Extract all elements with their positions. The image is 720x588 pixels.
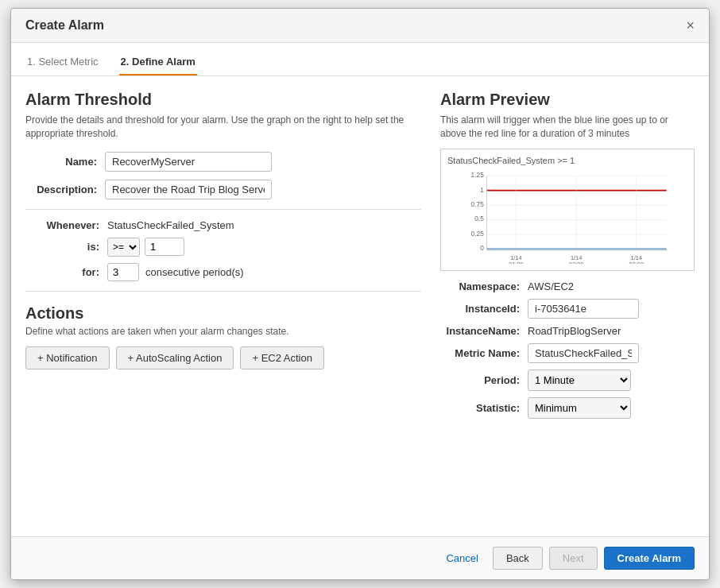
autoscaling-action-button[interactable]: + AutoScaling Action xyxy=(116,346,234,369)
chart-container: StatusCheckFailed_System >= 1 1.25 1 0.7… xyxy=(440,149,695,271)
divider-1 xyxy=(25,209,421,210)
namespace-value: AWS/EC2 xyxy=(528,280,574,292)
svg-text:03:00: 03:00 xyxy=(629,260,644,263)
svg-text:02:00: 02:00 xyxy=(569,260,583,263)
instancename-row: InstanceName: RoadTripBlogServer xyxy=(440,325,695,337)
whenever-value: StatusCheckFailed_System xyxy=(107,219,234,231)
instanceid-row: InstanceId: xyxy=(440,299,695,319)
chart-svg: 1.25 1 0.75 0.5 0.25 0 xyxy=(447,168,687,264)
period-label: Period: xyxy=(440,374,528,386)
metricname-label: Metric Name: xyxy=(440,347,528,359)
alarm-preview-desc: This alarm will trigger when the blue li… xyxy=(440,114,695,141)
description-input[interactable] xyxy=(105,180,272,199)
operator-select[interactable]: >= xyxy=(107,238,140,257)
period-count-input[interactable] xyxy=(107,263,139,281)
threshold-desc: Provide the details and threshold for yo… xyxy=(25,114,421,141)
modal-tabs: 1. Select Metric 2. Define Alarm xyxy=(11,43,709,76)
back-button[interactable]: Back xyxy=(493,547,543,570)
instancename-label: InstanceName: xyxy=(440,325,528,337)
svg-text:0.25: 0.25 xyxy=(471,230,485,238)
actions-desc: Define what actions are taken when your … xyxy=(25,326,421,337)
instanceid-label: InstanceId: xyxy=(440,303,528,315)
metricname-input[interactable] xyxy=(528,343,639,363)
left-panel: Alarm Threshold Provide the details and … xyxy=(25,91,421,522)
tab-select-metric[interactable]: 1. Select Metric xyxy=(25,51,100,75)
tab-define-alarm[interactable]: 2. Define Alarm xyxy=(119,51,197,75)
chart-title: StatusCheckFailed_System >= 1 xyxy=(447,156,687,165)
description-label: Description: xyxy=(25,184,105,195)
modal-footer: Cancel Back Next Create Alarm xyxy=(11,536,709,579)
statistic-row: Statistic: Minimum Maximum Average Sum xyxy=(440,397,695,419)
divider-2 xyxy=(25,291,421,292)
instancename-value: RoadTripBlogServer xyxy=(528,325,621,337)
period-select[interactable]: 1 Minute 5 Minutes 15 Minutes 1 Hour xyxy=(528,369,631,391)
alarm-preview-title: Alarm Preview xyxy=(440,91,695,109)
name-input[interactable] xyxy=(105,152,272,172)
for-row: for: consecutive period(s) xyxy=(25,263,421,281)
for-label: for: xyxy=(40,266,107,278)
metricname-row: Metric Name: xyxy=(440,343,695,363)
whenever-label: Whenever: xyxy=(40,219,107,231)
notification-button[interactable]: + Notification xyxy=(25,346,110,369)
statistic-select[interactable]: Minimum Maximum Average Sum xyxy=(528,397,631,419)
chart-area: 1.25 1 0.75 0.5 0.25 0 xyxy=(447,168,687,264)
statistic-label: Statistic: xyxy=(440,402,528,414)
actions-section: Actions Define what actions are taken wh… xyxy=(25,304,421,369)
right-panel: Alarm Preview This alarm will trigger wh… xyxy=(440,91,695,522)
threshold-title: Alarm Threshold xyxy=(25,91,421,109)
namespace-label: Namespace: xyxy=(440,280,528,292)
whenever-row: Whenever: StatusCheckFailed_System xyxy=(25,219,421,231)
svg-text:0: 0 xyxy=(480,244,484,252)
action-buttons: + Notification + AutoScaling Action + EC… xyxy=(25,346,421,369)
instanceid-input[interactable] xyxy=(528,299,639,319)
namespace-row: Namespace: AWS/EC2 xyxy=(440,280,695,292)
svg-text:1.25: 1.25 xyxy=(471,171,485,179)
description-row: Description: xyxy=(25,180,421,199)
name-row: Name: xyxy=(25,152,421,172)
name-label: Name: xyxy=(25,156,105,168)
cancel-button[interactable]: Cancel xyxy=(438,547,486,569)
svg-text:1: 1 xyxy=(480,185,484,193)
svg-text:0.75: 0.75 xyxy=(471,200,485,208)
create-alarm-button[interactable]: Create Alarm xyxy=(604,547,695,570)
create-alarm-modal: Create Alarm × 1. Select Metric 2. Defin… xyxy=(10,8,710,580)
is-row: is: >= xyxy=(25,238,421,257)
ec2-action-button[interactable]: + EC2 Action xyxy=(240,346,324,369)
period-row: Period: 1 Minute 5 Minutes 15 Minutes 1 … xyxy=(440,369,695,391)
svg-text:01:00: 01:00 xyxy=(509,260,523,263)
modal-header: Create Alarm × xyxy=(11,9,709,43)
for-suffix: consecutive period(s) xyxy=(145,266,244,278)
svg-text:0.5: 0.5 xyxy=(474,215,484,222)
close-button[interactable]: × xyxy=(686,18,695,33)
is-label: is: xyxy=(40,241,107,253)
next-button: Next xyxy=(549,547,598,570)
actions-title: Actions xyxy=(25,304,421,323)
modal-body: Alarm Threshold Provide the details and … xyxy=(11,76,709,536)
modal-title: Create Alarm xyxy=(25,18,104,33)
threshold-value-input[interactable] xyxy=(145,238,184,256)
